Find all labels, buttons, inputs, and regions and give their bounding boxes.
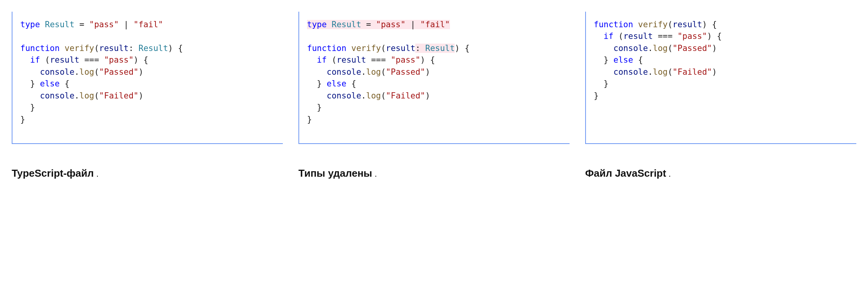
- col-javascript: function verify(result) { if (result ===…: [585, 12, 856, 179]
- code-examples-row: type Result = "pass" | "fail" function v…: [12, 12, 856, 179]
- code-pre-javascript: function verify(result) { if (result ===…: [594, 19, 856, 102]
- col-typescript: type Result = "pass" | "fail" function v…: [12, 12, 283, 179]
- caption-types-removed: Типы удалены .: [298, 167, 570, 179]
- caption-javascript: Файл JavaScript .: [585, 167, 856, 179]
- code-pre-typescript: type Result = "pass" | "fail" function v…: [20, 19, 283, 125]
- caption-text: Типы удалены: [298, 167, 372, 179]
- caption-sep: .: [666, 169, 671, 179]
- code-pre-types-removed: type Result = "pass" | "fail" function v…: [307, 19, 570, 125]
- col-types-removed: type Result = "pass" | "fail" function v…: [298, 12, 570, 179]
- code-box-javascript: function verify(result) { if (result ===…: [585, 12, 856, 144]
- caption-typescript: TypeScript-файл .: [12, 167, 283, 179]
- caption-sep: .: [372, 169, 377, 179]
- code-box-types-removed: type Result = "pass" | "fail" function v…: [298, 12, 570, 144]
- code-box-typescript: type Result = "pass" | "fail" function v…: [12, 12, 283, 144]
- caption-text: TypeScript-файл: [12, 167, 94, 179]
- caption-text: Файл JavaScript: [585, 167, 666, 179]
- caption-sep: .: [94, 169, 99, 179]
